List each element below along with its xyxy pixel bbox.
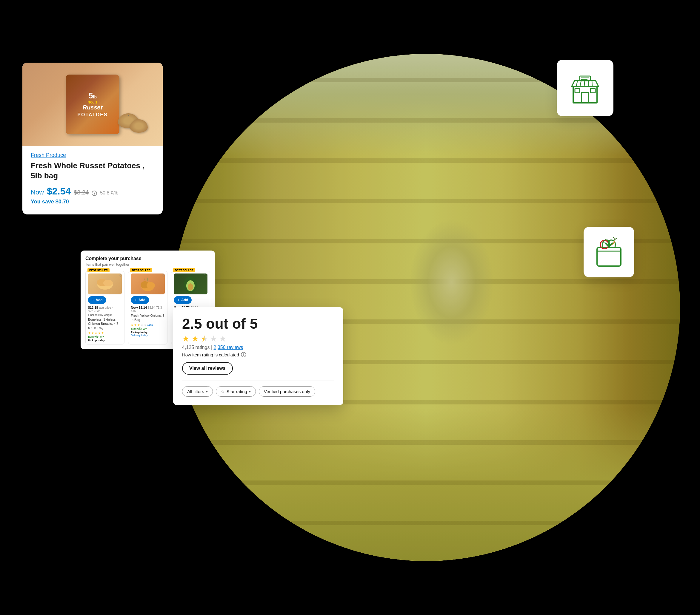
item-earn-chicken: Earn with W+ xyxy=(88,335,122,338)
potato-illustration xyxy=(118,113,154,137)
purchase-item-chicken: Best seller ♡ + Add $12.18 avg price · $… xyxy=(85,271,124,345)
review-star-4: ★ xyxy=(210,334,217,344)
product-title: Fresh Whole Russet Potatoes , 5lb bag xyxy=(31,161,154,181)
reviews-divider xyxy=(182,381,334,381)
avocado-svg xyxy=(183,274,199,294)
potato-bag-visual: 5lb No. 1 Russet POTATOES xyxy=(66,75,120,134)
price-per-unit: 50.8 ¢/lb xyxy=(100,190,118,196)
svg-point-8 xyxy=(188,283,193,291)
all-filters-chevron-icon: ▾ xyxy=(206,389,208,394)
product-category[interactable]: Fresh Produce xyxy=(31,152,154,158)
item-stars-chicken: ★★★★★ xyxy=(88,331,122,335)
item-fulfillment-onions: Pickup today Delivery today xyxy=(131,331,164,337)
star-rating-chevron-icon: ▾ xyxy=(249,389,251,394)
svg-line-14 xyxy=(580,80,581,87)
product-card: 5lb No. 1 Russet POTATOES Fresh Produce … xyxy=(22,63,163,215)
view-all-reviews-button[interactable]: View all reviews xyxy=(182,362,233,375)
svg-line-17 xyxy=(592,80,592,87)
star-icon: ☆ xyxy=(221,389,225,394)
svg-point-5 xyxy=(147,282,155,289)
reviews-card: 2.5 out of 5 ★ ★ ★★ ★ ★ 4,125 ratings | … xyxy=(173,307,343,405)
bag-weight: 5lb xyxy=(88,92,97,100)
chicken-svg xyxy=(96,277,114,291)
svg-rect-12 xyxy=(590,89,595,93)
review-star-5: ★ xyxy=(219,334,227,344)
item-image-avocado xyxy=(174,273,208,294)
best-seller-badge-3: Best seller xyxy=(173,268,195,272)
add-button-avocado[interactable]: + Add xyxy=(174,296,192,304)
item-fulfillment-chicken: Pickup today xyxy=(88,339,122,342)
store-icon-card xyxy=(557,60,613,116)
item-name-onions: Fresh Yellow Onions, 3 lb Bag xyxy=(131,313,164,322)
filter-row: All filters ▾ ☆ Star rating ▾ Verified p… xyxy=(182,386,334,397)
price-was: $3.24 xyxy=(74,189,89,196)
grocery-bag-icon-card xyxy=(584,227,634,277)
rating-stars-row: ★ ★ ★★ ★ ★ xyxy=(182,334,334,344)
price-now: $2.54 xyxy=(47,186,71,197)
star-rating-label: Star rating xyxy=(227,389,247,394)
verified-purchases-filter-button[interactable]: Verified purchases only xyxy=(259,386,315,397)
purchase-item-onions: Best seller ♡ + Add Now $2.14 $3.94 71.3… xyxy=(128,271,167,345)
store-svg-icon xyxy=(567,70,603,106)
wishlist-icon-3[interactable]: ♡ xyxy=(204,273,208,278)
review-star-1: ★ xyxy=(182,334,189,344)
bag-title-line2: POTATOES xyxy=(77,112,108,117)
grocery-bag-svg-icon xyxy=(592,235,625,268)
rating-number: 2.5 out of 5 xyxy=(182,316,334,332)
star-rating-filter-button[interactable]: ☆ Star rating ▾ xyxy=(216,386,256,397)
info-icon: i xyxy=(241,352,246,357)
rating-calculated: How item rating is calculated i xyxy=(182,352,334,357)
add-button-onions[interactable]: + Add xyxy=(131,296,149,304)
svg-line-15 xyxy=(584,80,585,87)
svg-point-2 xyxy=(103,280,113,286)
svg-line-13 xyxy=(576,80,578,87)
item-earn-onions: Earn with W+ xyxy=(131,327,164,330)
add-button-chicken[interactable]: + Add xyxy=(88,296,106,304)
onions-svg xyxy=(139,276,157,292)
bag-title-line1: Russet xyxy=(83,104,103,111)
all-filters-button[interactable]: All filters ▾ xyxy=(182,386,213,397)
item-name-chicken: Boneless, Skinless Chicken Breasts, 4.7-… xyxy=(88,317,122,330)
svg-rect-11 xyxy=(575,89,580,93)
bag-label: No. 1 xyxy=(87,101,98,104)
reviews-link[interactable]: 2,350 reviews xyxy=(214,345,243,350)
complete-purchase-title: Complete your purchase xyxy=(85,256,210,261)
item-image-chicken xyxy=(88,273,122,294)
verified-purchases-label: Verified purchases only xyxy=(264,389,310,394)
all-filters-label: All filters xyxy=(187,389,204,394)
product-savings: You save $0.70 xyxy=(31,198,154,205)
price-now-label: Now xyxy=(31,189,44,196)
best-seller-badge-2: Best seller xyxy=(130,268,152,272)
svg-rect-21 xyxy=(597,247,621,266)
svg-rect-10 xyxy=(582,92,589,103)
price-info-icon: i xyxy=(92,191,97,196)
item-stars-onions: ★★★★★ 1166 xyxy=(131,323,164,326)
complete-purchase-subtitle: Items that pair well together xyxy=(85,262,210,267)
rating-meta: 4,125 ratings | 2,350 reviews xyxy=(182,345,334,350)
product-price-row: Now $2.54 $3.24 i 50.8 ¢/lb xyxy=(31,186,154,197)
product-image: 5lb No. 1 Russet POTATOES xyxy=(22,63,163,146)
review-star-2: ★ xyxy=(191,334,199,344)
item-price-chicken: $12.18 avg price · $22.73/lb xyxy=(88,306,122,313)
review-star-3: ★★ xyxy=(201,334,208,344)
wishlist-icon-1[interactable]: ♡ xyxy=(118,273,122,278)
best-seller-badge-1: Best seller xyxy=(87,268,110,272)
wishlist-icon-2[interactable]: ♡ xyxy=(162,273,165,278)
item-image-onions xyxy=(131,273,164,294)
item-note-chicken: Final cost by weight xyxy=(88,313,122,317)
item-price-onions: Now $2.14 $3.94 71.3 ¢/lb xyxy=(131,306,164,313)
